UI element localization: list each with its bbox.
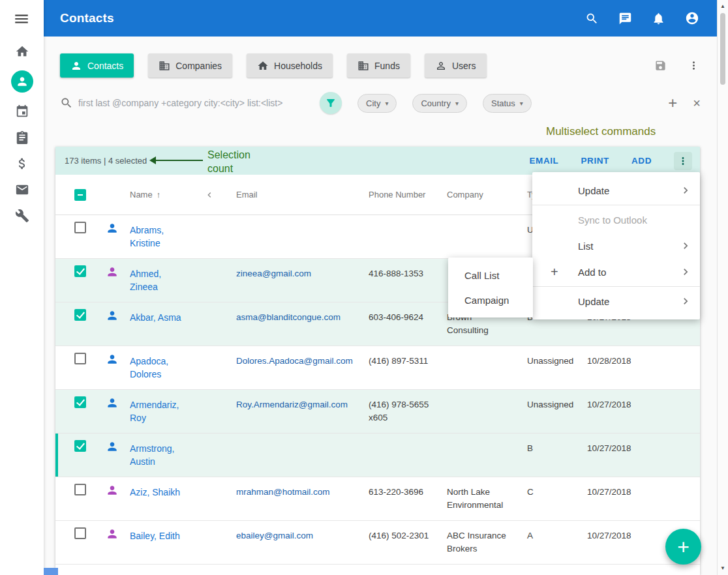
row-checkbox[interactable]	[74, 309, 86, 321]
add-to-submenu: Call List Campaign	[448, 258, 533, 317]
main-content: Contacts Companies Households Funds User…	[44, 37, 717, 575]
tab-funds[interactable]: Funds	[347, 53, 410, 78]
person-icon	[106, 265, 127, 278]
chevron-down-icon: ▾	[385, 100, 388, 107]
menu-item-update[interactable]: Update	[532, 177, 700, 203]
status-filter-chip[interactable]: Status ▾	[483, 94, 532, 113]
search-filter-row: City ▾ Country ▾ Status ▾ + ×	[60, 91, 701, 115]
vertical-scrollbar[interactable]: ▲ ▼	[717, 0, 728, 575]
search-input[interactable]	[78, 98, 307, 108]
select-all-checkbox[interactable]	[74, 189, 86, 201]
calendar-icon[interactable]	[15, 104, 29, 119]
scroll-up-icon[interactable]: ▲	[718, 2, 728, 11]
tab-contacts[interactable]: Contacts	[60, 53, 134, 78]
contact-phone: (416) 897-5311	[354, 346, 434, 389]
row-checkbox[interactable]	[74, 484, 86, 495]
contact-email-link[interactable]: zineea@gmail.com	[236, 269, 311, 278]
vertical-scrollbar-thumb[interactable]	[720, 13, 725, 85]
city-filter-chip[interactable]: City ▾	[357, 94, 397, 113]
contact-email-link[interactable]: asma@blanditcongue.com	[236, 312, 341, 322]
contact-name-link[interactable]: Ahmed, Zineea	[130, 267, 186, 293]
table-row[interactable]: Aziz, Shaikh mrahman@hotmail.com 613-220…	[55, 477, 700, 521]
filter-button[interactable]	[320, 92, 342, 114]
contact-type: B	[512, 434, 579, 477]
contact-phone: (416) 502-2301	[354, 521, 434, 564]
chat-icon[interactable]	[618, 12, 632, 25]
submenu-item-call-list[interactable]: Call List	[448, 263, 533, 288]
country-filter-chip[interactable]: Country ▾	[412, 94, 467, 113]
page-title: Contacts	[60, 11, 114, 25]
search-icon[interactable]	[585, 12, 599, 25]
annotation-multiselect-commands: Multiselect commands	[546, 125, 656, 138]
column-header-email[interactable]: Email	[224, 175, 354, 214]
column-header-name[interactable]: Name ↑	[127, 175, 204, 214]
add-button[interactable]: ADD	[631, 156, 652, 166]
mail-icon[interactable]	[15, 183, 29, 197]
contact-name-link[interactable]: Armendariz, Roy	[130, 398, 186, 424]
multiselect-menu: Update Sync to Outlook List + Add to Upd…	[532, 172, 700, 319]
table-row[interactable]: Apadoca, Dolores Dolores.Apadoca@gmail.c…	[55, 346, 700, 390]
contact-type: A	[512, 521, 579, 564]
collapse-columns-icon[interactable]	[204, 190, 215, 200]
column-header-company[interactable]: Company	[434, 175, 512, 214]
clear-search-icon[interactable]: ×	[693, 96, 701, 110]
email-button[interactable]: EMAIL	[529, 156, 558, 166]
contact-name-link[interactable]: Armstrong, Austin	[130, 442, 186, 468]
row-checkbox[interactable]	[74, 265, 86, 277]
contact-name-link[interactable]: Apadoca, Dolores	[130, 355, 186, 381]
row-checkbox[interactable]	[74, 440, 86, 452]
contact-email-link[interactable]: Roy.Armendariz@gmail.com	[236, 400, 348, 409]
add-contact-fab[interactable]: +	[665, 529, 701, 565]
table-row[interactable]: Bailey, Edith ebailey@gmail.com (416) 50…	[55, 521, 700, 565]
chevron-right-icon	[679, 265, 692, 278]
row-checkbox[interactable]	[74, 396, 86, 408]
money-icon[interactable]	[15, 156, 29, 171]
print-button[interactable]: PRINT	[581, 156, 609, 166]
horizontal-scrollbar-thumb[interactable]	[44, 568, 58, 575]
contact-type: C	[512, 477, 579, 520]
contact-email-link[interactable]: Dolores.Apadoca@gmail.com	[236, 356, 353, 366]
tab-households[interactable]: Households	[247, 53, 333, 78]
contact-name-link[interactable]: Akbar, Asma	[130, 311, 181, 324]
person-icon	[106, 484, 127, 497]
row-checkbox[interactable]	[74, 222, 86, 233]
contact-date: 10/28/2018	[579, 346, 651, 389]
hamburger-menu-icon[interactable]	[13, 10, 44, 27]
menu-item-add-to[interactable]: + Add to	[532, 259, 700, 285]
annotation-arrow	[149, 156, 203, 164]
menu-item-update-2[interactable]: Update	[532, 288, 700, 314]
menu-item-sync-to-outlook: Sync to Outlook	[532, 207, 700, 233]
chip-label: Country	[421, 98, 451, 108]
row-checkbox[interactable]	[74, 353, 86, 364]
contact-name-link[interactable]: Aziz, Shaikh	[130, 486, 180, 499]
add-filter-icon[interactable]: +	[668, 96, 677, 110]
save-view-icon[interactable]	[654, 59, 667, 72]
menu-item-list[interactable]: List	[532, 233, 700, 259]
tab-companies[interactable]: Companies	[148, 53, 232, 78]
multiselect-more-button[interactable]	[674, 152, 692, 170]
home-icon[interactable]	[15, 44, 29, 59]
chevron-right-icon	[679, 239, 692, 252]
view-more-options-icon[interactable]	[688, 59, 700, 72]
table-row[interactable]: Armstrong, Austin B 10/27/2018	[55, 434, 700, 477]
contacts-icon[interactable]	[11, 70, 33, 93]
tab-users[interactable]: Users	[425, 53, 487, 78]
table-row[interactable]: Armendariz, Roy Roy.Armendariz@gmail.com…	[55, 390, 700, 434]
notifications-icon[interactable]	[652, 12, 665, 25]
tools-icon[interactable]	[15, 209, 29, 223]
contact-email-link[interactable]: ebailey@gmail.com	[236, 531, 313, 540]
sort-ascending-icon: ↑	[157, 188, 161, 201]
contact-name-link[interactable]: Abrams, Kristine	[130, 224, 186, 250]
contact-email-link[interactable]: mrahman@hotmail.com	[236, 487, 330, 497]
appbar-actions	[585, 11, 699, 25]
account-icon[interactable]	[685, 11, 699, 25]
column-header-phone[interactable]: Phone Number	[354, 175, 434, 214]
tab-label: Companies	[175, 61, 222, 71]
contact-company	[434, 390, 512, 433]
submenu-item-campaign[interactable]: Campaign	[448, 288, 533, 312]
contact-name-link[interactable]: Bailey, Edith	[130, 529, 180, 542]
row-checkbox[interactable]	[74, 527, 86, 539]
scroll-down-icon[interactable]: ▼	[718, 564, 728, 573]
tasks-icon[interactable]	[15, 130, 29, 145]
table-row-partial	[55, 565, 700, 574]
